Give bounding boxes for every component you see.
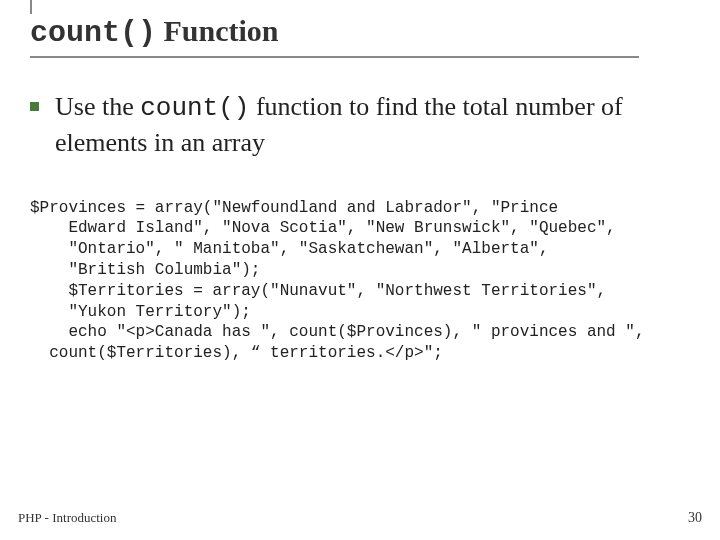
- code-block: $Provinces = array("Newfoundland and Lab…: [30, 198, 690, 364]
- footer-left: PHP - Introduction: [18, 510, 116, 526]
- slide-content: Use the count() function to find the tot…: [0, 58, 720, 364]
- bullet-code: count(): [140, 93, 249, 123]
- bullet-text: Use the count() function to find the tot…: [55, 90, 690, 160]
- bullet-square-icon: [30, 102, 39, 111]
- bullet-item: Use the count() function to find the tot…: [30, 90, 690, 160]
- title-rest: Function: [156, 14, 279, 47]
- footer: PHP - Introduction 30: [18, 510, 702, 526]
- page-number: 30: [688, 510, 702, 526]
- slide-title: count() Function: [30, 14, 639, 58]
- title-code: count(): [30, 16, 156, 50]
- bullet-prefix: Use the: [55, 92, 140, 121]
